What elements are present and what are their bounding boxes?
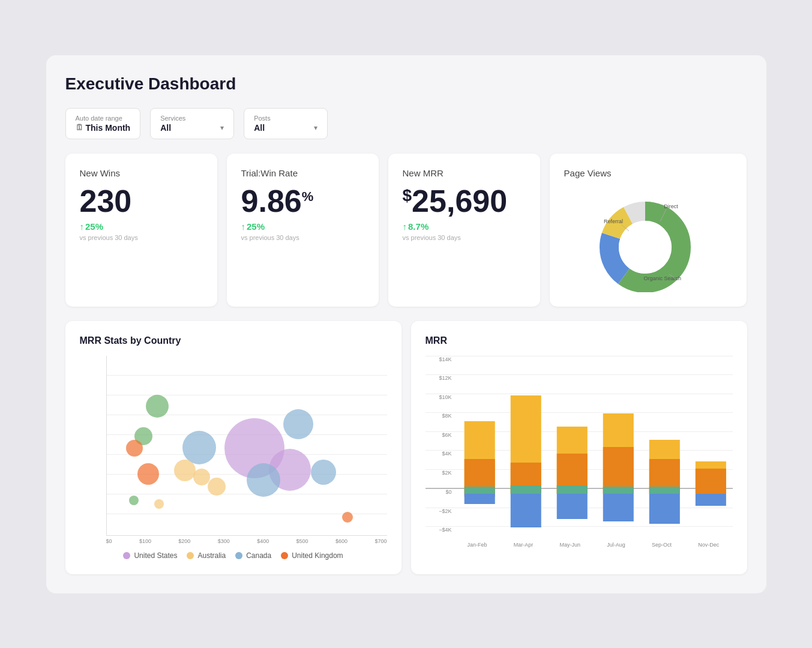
svg-point-4 <box>619 221 672 274</box>
kpi-value: $25,690 <box>403 185 526 217</box>
bubble-chart-container: $14.0 $12.0 $10.0 $8.0 $6.0 $4.0 $2.0 $0… <box>80 356 387 544</box>
legend-us: United States <box>123 551 177 560</box>
legend-canada: Canada <box>235 551 271 560</box>
x-axis-labels: Jan-Feb Mar-Apr May-Jun Jul-Aug Sep-Oct … <box>454 542 733 548</box>
bubble-canada-3 <box>311 460 336 485</box>
posts-filter[interactable]: Posts All ▾ <box>244 108 328 139</box>
kpi-subtext: vs previous 30 days <box>80 234 203 241</box>
bar-jan-teal <box>464 487 495 494</box>
dashboard: Executive Dashboard Auto date range 🗓 Th… <box>46 55 766 593</box>
kpi-title: New MRR <box>403 168 526 178</box>
mrr-by-country-card: MRR Stats by Country $14.0 $12.0 $10.0 $… <box>65 321 401 574</box>
bar-mar-teal <box>510 485 541 494</box>
kpi-change: ↑25% <box>80 221 203 232</box>
services-value: All <box>160 123 171 133</box>
legend-label-aus: Australia <box>197 551 226 560</box>
kpi-subtext: vs previous 30 days <box>403 234 526 241</box>
bubble-canada-2 <box>283 409 313 439</box>
mrr-bar-card: MRR $14K $12K $10K $8K <box>411 321 747 574</box>
bar-jan-blue <box>464 494 495 504</box>
bubble-green-3 <box>129 496 139 505</box>
calendar-icon: 🗓 <box>76 123 83 132</box>
bar-jul-blue <box>603 494 633 521</box>
bar-chart-container: $14K $12K $10K $8K $6K $4K <box>426 356 733 548</box>
legend-label-uk: United Kingdom <box>292 551 343 560</box>
chart-title: MRR Stats by Country <box>80 335 387 346</box>
bar-nov-orange <box>695 469 726 494</box>
legend-dot-us <box>123 552 130 559</box>
bubble-aus-3 <box>208 478 226 496</box>
bubble-uk-2 <box>137 463 159 485</box>
bars-svg <box>454 356 733 533</box>
legend-dot-canada <box>235 552 242 559</box>
donut-chart: Direct Referral Organic Search <box>588 190 708 292</box>
x-label: Nov-Dec <box>698 542 719 548</box>
kpi-title: Trial:Win Rate <box>241 168 364 178</box>
legend-label-us: United States <box>134 551 177 560</box>
legend-dot-aus <box>187 552 194 559</box>
bar-mar-blue <box>510 494 541 527</box>
x-axis-labels: $0 $100 $200 $300 $400 $500 $600 $700 <box>106 538 387 544</box>
legend-aus: Australia <box>187 551 226 560</box>
kpi-new-wins: New Wins 230 ↑25% vs previous 30 days <box>65 154 217 307</box>
x-label: May-Jun <box>560 542 581 548</box>
x-label: Sep-Oct <box>652 542 672 548</box>
kpi-subtext: vs previous 30 days <box>241 234 364 241</box>
legend-label-canada: Canada <box>246 551 271 560</box>
bar-sep-teal <box>649 487 679 494</box>
services-label: Services <box>160 115 224 122</box>
legend-uk: United Kingdom <box>281 551 343 560</box>
kpi-trial-win-rate: Trial:Win Rate 9.86% ↑25% vs previous 30… <box>227 154 379 307</box>
bubble-aus-1 <box>174 460 196 481</box>
bubble-aus-4 <box>154 499 164 509</box>
posts-label: Posts <box>254 115 317 122</box>
chevron-down-icon: ▾ <box>314 124 317 132</box>
date-range-filter[interactable]: Auto date range 🗓 This Month <box>65 108 141 139</box>
date-range-value: This Month <box>86 123 131 133</box>
posts-value: All <box>254 123 265 133</box>
legend-dot-uk <box>281 552 288 559</box>
bubble-legend: United States Australia Canada United Ki… <box>80 551 387 560</box>
bubble-canada-4 <box>247 463 280 497</box>
page-title: Executive Dashboard <box>65 74 747 94</box>
bar-may-teal <box>556 485 587 494</box>
bar-sep-blue <box>649 494 679 524</box>
kpi-change: ↑8.7% <box>403 221 526 232</box>
bubble-chart-area: $14.0 $12.0 $10.0 $8.0 $6.0 $4.0 $2.0 $0… <box>106 356 387 536</box>
kpi-change: ↑25% <box>241 221 364 232</box>
bar-nov-blue <box>695 494 726 506</box>
chart-title: MRR <box>426 335 733 346</box>
bubble-uk-3 <box>342 512 353 523</box>
kpi-title: New Wins <box>80 168 203 178</box>
kpi-value: 230 <box>80 185 203 217</box>
kpi-title: Page Views <box>564 168 612 178</box>
bar-jul-teal <box>603 487 633 494</box>
bubble-uk-1 <box>126 440 143 457</box>
kpi-value: 9.86% <box>241 185 364 217</box>
bubble-green-1 <box>146 395 169 418</box>
chevron-down-icon: ▾ <box>220 124 224 132</box>
label-referral: Referral <box>604 218 623 224</box>
kpi-page-views: Page Views Direct Ref <box>550 154 747 307</box>
x-label: Mar-Apr <box>514 542 534 548</box>
filters-bar: Auto date range 🗓 This Month Services Al… <box>65 108 747 139</box>
kpi-row: New Wins 230 ↑25% vs previous 30 days Tr… <box>65 154 747 307</box>
date-range-label: Auto date range <box>76 115 131 122</box>
services-filter[interactable]: Services All ▾ <box>150 108 234 139</box>
label-organic: Organic Search <box>643 275 681 281</box>
label-direct: Direct <box>664 203 678 209</box>
bar-may-blue <box>556 494 587 519</box>
x-label: Jan-Feb <box>468 542 487 548</box>
kpi-new-mrr: New MRR $25,690 ↑8.7% vs previous 30 day… <box>388 154 540 307</box>
x-label: Jul-Aug <box>607 542 625 548</box>
bottom-row: MRR Stats by Country $14.0 $12.0 $10.0 $… <box>65 321 747 574</box>
donut-svg: Direct Referral Organic Search <box>588 190 708 292</box>
